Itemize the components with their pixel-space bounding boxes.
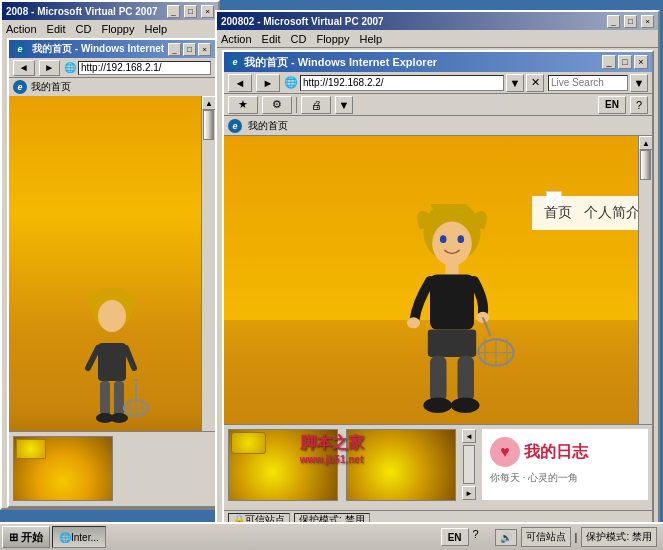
vpc-back-menubar: Action Edit CD Floppy Help bbox=[2, 20, 218, 38]
address-icon-back: 🌐 bbox=[64, 62, 76, 73]
blog-icon: ♥ bbox=[490, 437, 520, 467]
ie-front-search-btn[interactable]: ▼ bbox=[630, 74, 648, 92]
ie-front-close-btn[interactable]: × bbox=[634, 55, 648, 69]
blog-title: ♥ 我的日志 bbox=[490, 437, 640, 467]
tray-network-icon: 🔊 bbox=[495, 529, 517, 546]
ie-front-minimize-btn[interactable]: _ bbox=[602, 55, 616, 69]
vpc-front-menu-action[interactable]: Action bbox=[221, 33, 252, 45]
thumb-scroll-right[interactable]: ► bbox=[462, 486, 476, 500]
ie-front-toolbar2: ★ ⚙ 🖨 ▼ EN ? bbox=[224, 94, 652, 116]
anime-character-back bbox=[72, 288, 152, 448]
ie-front-tools-btn[interactable]: ▼ bbox=[335, 96, 353, 114]
scroll-up-front[interactable]: ▲ bbox=[639, 136, 652, 150]
nav-home-link[interactable]: 首页 bbox=[544, 204, 572, 220]
ie-back-maximize-btn[interactable]: □ bbox=[183, 43, 196, 56]
svg-line-4 bbox=[126, 348, 134, 368]
start-button[interactable]: ⊞ 开始 bbox=[2, 526, 50, 548]
ie-front-lang-btn[interactable]: EN bbox=[598, 96, 626, 114]
tray-lang-btn[interactable]: EN bbox=[441, 528, 469, 546]
ie-back-scrollbar-v[interactable]: ▲ ▼ bbox=[201, 96, 215, 488]
start-label: 开始 bbox=[21, 530, 43, 545]
vpc-front-menu-help[interactable]: Help bbox=[359, 33, 382, 45]
ie-front-forward-btn[interactable]: ► bbox=[256, 74, 280, 92]
ie-front-star-btn[interactable]: ★ bbox=[228, 96, 258, 114]
vpc-back-menu-floppy[interactable]: Floppy bbox=[101, 23, 134, 35]
taskbar-items: 🌐 Inter... bbox=[52, 526, 435, 548]
vpc-back-title: 2008 - Microsoft Virtual PC 2007 bbox=[6, 6, 163, 17]
vpc-front-close-btn[interactable]: × bbox=[641, 15, 654, 28]
ie-front-fav-icon: e bbox=[228, 119, 242, 133]
watermark-overlay: 脚本之家 www.jb51.net bbox=[300, 433, 364, 465]
ie-front-refresh-btn[interactable]: ✕ bbox=[526, 74, 544, 92]
scroll-thumb-front[interactable] bbox=[640, 150, 651, 180]
ie-back-close-btn[interactable]: × bbox=[198, 43, 211, 56]
ie-window-front: e 我的首页 - Windows Internet Explorer _ □ ×… bbox=[222, 50, 654, 530]
svg-rect-24 bbox=[428, 329, 476, 357]
taskbar: ⊞ 开始 🌐 Inter... EN ? 🔊 可信站点 | 保护模式: 禁用 bbox=[0, 522, 663, 550]
ie-front-url-input[interactable] bbox=[300, 75, 504, 91]
scroll-thumb-back[interactable] bbox=[203, 110, 214, 140]
vpc-back-menu-help[interactable]: Help bbox=[144, 23, 167, 35]
watermark-line1: 脚本之家 bbox=[300, 433, 364, 454]
ie-front-bottom-strip: ◄ ► ♥ 我的日志 你每天 · 心灵的一角 bbox=[224, 424, 652, 504]
svg-rect-6 bbox=[114, 381, 124, 416]
vpc-front-minimize-btn[interactable]: _ bbox=[607, 15, 620, 28]
blog-title-text[interactable]: 我的日志 bbox=[524, 442, 588, 463]
vpc-back-minimize-btn[interactable]: _ bbox=[167, 5, 180, 18]
ie-front-print-btn[interactable]: 🖨 bbox=[301, 96, 331, 114]
svg-rect-20 bbox=[445, 263, 458, 274]
ie-front-go-btn[interactable]: ▼ bbox=[506, 74, 524, 92]
ie-back-fav-icon: e bbox=[13, 80, 27, 94]
ie-back-back-btn[interactable]: ◄ bbox=[13, 60, 35, 76]
taskbar-item-ie[interactable]: 🌐 Inter... bbox=[52, 526, 106, 548]
vpc-front-titlebar: 200802 - Microsoft Virtual PC 2007 _ □ × bbox=[217, 12, 658, 30]
vpc-titlebar-back: 2008 - Microsoft Virtual PC 2007 _ □ × bbox=[2, 2, 218, 20]
ie-front-title: 我的首页 - Windows Internet Explorer bbox=[244, 55, 600, 70]
ie-front-fav-label[interactable]: 我的首页 bbox=[248, 119, 288, 133]
scroll-up-arrow-back[interactable]: ▲ bbox=[202, 96, 215, 110]
vpc-front-menu-floppy[interactable]: Floppy bbox=[316, 33, 349, 45]
ie-front-logo-icon: e bbox=[228, 55, 242, 69]
vpc-back-menu-action[interactable]: Action bbox=[6, 23, 37, 35]
svg-point-17 bbox=[432, 222, 472, 266]
thumb-scroll-left[interactable]: ◄ bbox=[462, 429, 476, 443]
blog-section: ♥ 我的日志 你每天 · 心灵的一角 bbox=[482, 429, 648, 500]
vpc-front-menubar: Action Edit CD Floppy Help bbox=[217, 30, 658, 48]
vpc-front-maximize-btn[interactable]: □ bbox=[624, 15, 637, 28]
vpc-front-menu-cd[interactable]: CD bbox=[291, 33, 307, 45]
svg-point-27 bbox=[423, 398, 452, 413]
ie-front-help-btn[interactable]: ? bbox=[630, 96, 648, 114]
ie-back-content: ▲ ▼ ◄ bbox=[9, 96, 215, 488]
svg-rect-25 bbox=[430, 356, 447, 402]
ie-back-forward-btn[interactable]: ► bbox=[39, 60, 61, 76]
heart-icon: ♥ bbox=[500, 443, 510, 461]
vpc-back-menu-edit[interactable]: Edit bbox=[47, 23, 66, 35]
ie-back-minimize-btn[interactable]: _ bbox=[168, 43, 181, 56]
ie-back-address-bar: 🌐 bbox=[64, 61, 211, 75]
svg-rect-21 bbox=[430, 274, 474, 329]
ie-front-search-input[interactable] bbox=[548, 75, 628, 91]
ie-back-favorites-bar: e 我的首页 bbox=[9, 78, 215, 96]
vpc-window-front: 200802 - Microsoft Virtual PC 2007 _ □ ×… bbox=[215, 10, 660, 540]
ie-front-maximize-btn[interactable]: □ bbox=[618, 55, 632, 69]
ie-back-fav-label[interactable]: 我的首页 bbox=[31, 80, 71, 94]
ie-window-back: e 我的首页 - Windows Internet Expl... _ □ × … bbox=[7, 38, 217, 508]
nav-profile-link[interactable]: 个人简介 bbox=[584, 204, 640, 220]
svg-point-18 bbox=[440, 235, 447, 243]
vpc-back-menu-cd[interactable]: CD bbox=[76, 23, 92, 35]
ie-back-url-input[interactable] bbox=[78, 61, 211, 75]
vpc-back-maximize-btn[interactable]: □ bbox=[184, 5, 197, 18]
tray-security-label: 可信站点 bbox=[521, 527, 571, 547]
vpc-back-close-btn[interactable]: × bbox=[201, 5, 214, 18]
blog-subtitle: 你每天 · 心灵的一角 bbox=[490, 471, 640, 485]
vpc-front-menu-edit[interactable]: Edit bbox=[262, 33, 281, 45]
vpc-window-back: 2008 - Microsoft Virtual PC 2007 _ □ × A… bbox=[0, 0, 220, 510]
tray-help-btn[interactable]: ? bbox=[473, 528, 491, 546]
ie-front-back-btn[interactable]: ◄ bbox=[228, 74, 252, 92]
ie-front-toolbar1: ◄ ► 🌐 ▼ ✕ ▼ bbox=[224, 72, 652, 94]
ie-front-feed-btn[interactable]: ⚙ bbox=[262, 96, 292, 114]
thumbnail-back-1 bbox=[13, 436, 113, 501]
svg-point-22 bbox=[407, 317, 420, 328]
ie-front-content: ✕ 首页 个人简介 ▲ ▼ ◄ bbox=[224, 136, 652, 504]
ie-front-favorites-bar: e 我的首页 bbox=[224, 116, 652, 136]
